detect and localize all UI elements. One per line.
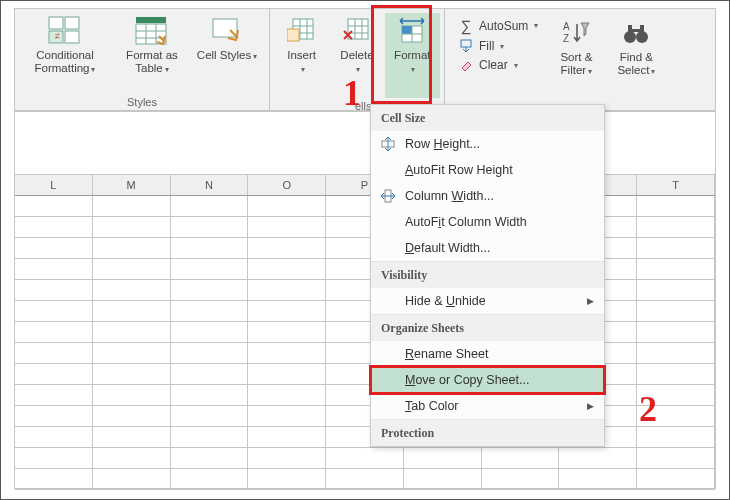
dropdown-caret-icon: ▾ [165,65,169,74]
svg-text:Z: Z [563,33,569,44]
dropdown-caret-icon: ▾ [500,42,504,51]
format-as-table-icon [134,15,170,47]
menu-item-label: Row Height... [405,137,480,151]
clear-button[interactable]: Clear ▾ [457,58,538,72]
fill-button[interactable]: Fill ▾ [457,39,538,53]
delete-label: Delete [340,49,373,61]
svg-rect-34 [632,29,640,32]
col-header[interactable]: O [248,175,326,195]
autosum-button[interactable]: ∑ AutoSum ▾ [457,17,538,34]
menu-item-label: Move or Copy Sheet... [405,373,529,387]
col-header[interactable]: N [171,175,249,195]
menu-item-move-or-copy-sheet[interactable]: Move or Copy Sheet... [371,367,604,393]
find-select-button[interactable]: Find & Select▾ [606,15,666,100]
grid-rows[interactable] [15,196,715,488]
dropdown-caret-icon: ▾ [356,65,360,74]
format-dropdown-menu: Cell Size Row Height... AutoFit Row Heig… [370,104,605,447]
sort-filter-icon: AZ [558,17,594,49]
column-headers: L M N O P T [15,174,715,196]
group-label-styles: Styles [15,96,269,108]
delete-icon [339,15,375,47]
menu-item-row-height[interactable]: Row Height... [371,131,604,157]
format-button[interactable]: Format▾ [385,13,440,98]
menu-item-autofit-row-height[interactable]: AutoFit Row Height [371,157,604,183]
autosum-label: AutoSum [479,19,528,33]
dropdown-caret-icon: ▾ [411,65,415,74]
menu-item-column-width[interactable]: Column Width... [371,183,604,209]
format-as-table-button[interactable]: Format as Table▾ [111,13,193,98]
dropdown-caret-icon: ▾ [301,65,305,74]
group-styles: ≠ Conditional Formatting▾ Format as Tabl… [15,9,270,110]
group-cells: Insert▾ Delete▾ Format▾ [270,9,445,110]
binoculars-icon [618,17,654,49]
conditional-formatting-icon: ≠ [47,15,83,47]
cell-styles-label: Cell Styles [197,49,251,61]
svg-rect-27 [461,40,471,47]
menu-item-label: Hide & Unhide [405,294,486,308]
fill-label: Fill [479,39,494,53]
menu-item-tab-color[interactable]: Tab Color ▶ [371,393,604,419]
svg-text:≠: ≠ [55,31,60,41]
col-header[interactable]: L [15,175,93,195]
menu-item-rename-sheet[interactable]: Rename Sheet [371,341,604,367]
format-icon [394,15,430,47]
sort-filter-button[interactable]: AZ Sort & Filter▾ [546,15,606,100]
col-header[interactable]: M [93,175,171,195]
menu-header-organize: Organize Sheets [371,314,604,341]
conditional-formatting-label: Conditional Formatting [35,49,94,74]
svg-rect-24 [402,26,412,34]
dropdown-caret-icon: ▾ [534,21,538,30]
menu-item-label: Default Width... [405,241,490,255]
menu-item-autofit-column-width[interactable]: AutoFit Column Width [371,209,604,235]
dropdown-caret-icon: ▾ [253,52,257,61]
dropdown-caret-icon: ▾ [588,67,592,76]
delete-button[interactable]: Delete▾ [329,13,384,98]
fill-down-icon [457,39,475,53]
svg-rect-1 [65,17,79,29]
clear-label: Clear [479,58,508,72]
menu-item-hide-unhide[interactable]: Hide & Unhide ▶ [371,288,604,314]
sigma-icon: ∑ [457,17,475,34]
format-label: Format [394,49,430,61]
submenu-arrow-icon: ▶ [587,401,594,411]
cell-styles-icon [209,15,245,47]
svg-rect-32 [628,25,632,33]
svg-rect-5 [136,17,166,23]
insert-icon [284,15,320,47]
format-as-table-label: Format as Table [126,49,178,74]
svg-rect-17 [287,29,299,41]
dropdown-caret-icon: ▾ [651,67,655,76]
find-select-label: Find & Select [617,51,653,76]
dropdown-caret-icon: ▾ [91,65,95,74]
svg-text:A: A [563,21,570,32]
cell-styles-button[interactable]: Cell Styles▾ [193,13,261,98]
menu-item-label: Rename Sheet [405,347,488,361]
svg-rect-18 [348,19,368,39]
menu-header-visibility: Visibility [371,261,604,288]
menu-item-label: AutoFit Column Width [405,215,527,229]
menu-item-label: AutoFit Row Height [405,163,513,177]
insert-button[interactable]: Insert▾ [274,13,329,98]
app-window: ≠ Conditional Formatting▾ Format as Tabl… [0,0,730,500]
eraser-icon [457,58,475,72]
menu-item-label: Column Width... [405,189,494,203]
conditional-formatting-button[interactable]: ≠ Conditional Formatting▾ [19,13,111,98]
row-height-icon [379,136,397,152]
dropdown-caret-icon: ▾ [514,61,518,70]
menu-header-protection: Protection [371,419,604,446]
svg-rect-0 [49,17,63,29]
worksheet: L M N O P T [14,111,716,489]
submenu-arrow-icon: ▶ [587,296,594,306]
svg-rect-33 [640,25,644,33]
menu-item-default-width[interactable]: Default Width... [371,235,604,261]
menu-header-cell-size: Cell Size [371,105,604,131]
column-width-icon [379,188,397,204]
svg-rect-6 [136,24,166,44]
menu-item-label: Tab Color [405,399,459,413]
svg-rect-3 [65,31,79,43]
insert-label: Insert [287,49,316,61]
ribbon: ≠ Conditional Formatting▾ Format as Tabl… [14,8,716,111]
group-editing: ∑ AutoSum ▾ Fill ▾ Clear ▾ [445,9,715,110]
col-header[interactable]: T [637,175,715,195]
